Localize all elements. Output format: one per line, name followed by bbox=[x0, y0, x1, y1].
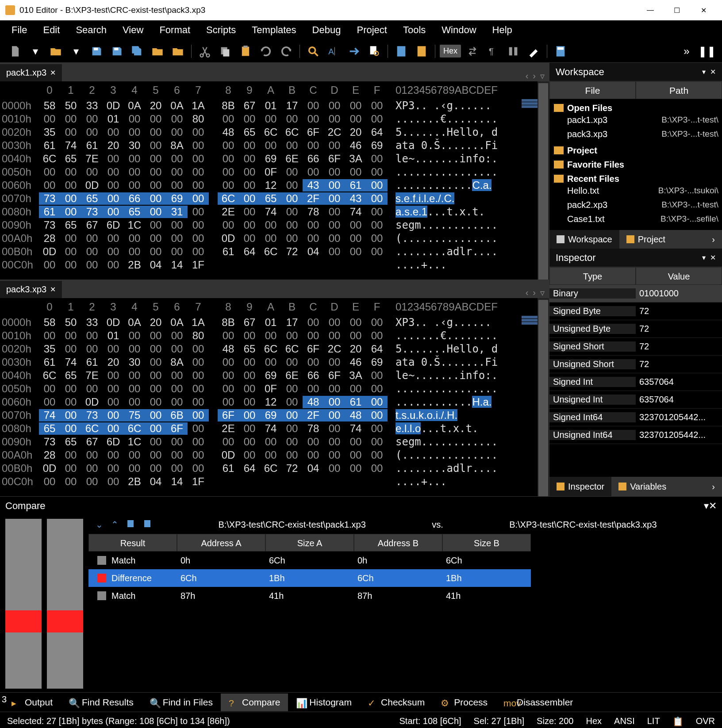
menu-scripts[interactable]: Scripts bbox=[198, 22, 244, 38]
linefeed-button[interactable] bbox=[504, 42, 522, 60]
workspace-file[interactable]: pack1.xp3B:\XP3-...t-test\ bbox=[549, 115, 722, 129]
inspector-row[interactable]: Signed Int6357064 bbox=[549, 373, 722, 391]
replace-button[interactable]: A bbox=[325, 42, 342, 60]
compare-goto-b-button[interactable] bbox=[143, 519, 152, 530]
save-as-button[interactable] bbox=[108, 42, 126, 60]
bottom-tab-disassembler[interactable]: movDisassembler bbox=[495, 694, 581, 711]
menu-debug[interactable]: Debug bbox=[304, 22, 349, 38]
toolbar-overflow-button[interactable]: » bbox=[678, 42, 695, 60]
compare-col[interactable]: Size A bbox=[265, 534, 354, 552]
compare-col[interactable]: Address A bbox=[177, 534, 265, 552]
compare-prev-button[interactable]: ⌃ bbox=[111, 519, 119, 530]
editor1-hex[interactable]: 0000h0010h0020h0030h0040h0050h0060h0070h… bbox=[0, 81, 549, 280]
run-script-button[interactable] bbox=[392, 42, 410, 60]
tab-next-button[interactable]: › bbox=[533, 287, 536, 298]
tab-prev-button[interactable]: ‹ bbox=[526, 71, 529, 81]
bottom-tab-find-in-files[interactable]: 🔍Find in Files bbox=[142, 694, 221, 711]
tab-close-icon[interactable]: ✕ bbox=[50, 285, 56, 294]
save-button[interactable] bbox=[88, 42, 105, 60]
compare-col[interactable]: Result bbox=[88, 534, 177, 552]
copy-button[interactable] bbox=[216, 42, 234, 60]
menu-file[interactable]: File bbox=[4, 22, 35, 38]
tab-next-button[interactable]: › bbox=[533, 71, 536, 81]
editor1-tab[interactable]: pack1.xp3 ✕ bbox=[0, 64, 62, 81]
menu-help[interactable]: Help bbox=[484, 22, 520, 38]
panel-close-button[interactable]: ✕ bbox=[709, 500, 717, 512]
run-template-button[interactable] bbox=[413, 42, 430, 60]
maximize-button[interactable]: ☐ bbox=[664, 0, 690, 20]
cut-button[interactable] bbox=[196, 42, 214, 60]
paste-button[interactable] bbox=[237, 42, 254, 60]
panel-menu-button[interactable]: ▾ bbox=[702, 68, 706, 76]
editor2-tab[interactable]: pack3.xp3 ✕ bbox=[0, 281, 62, 298]
workspace-group[interactable]: Project bbox=[549, 143, 722, 157]
tab-close-icon[interactable]: ✕ bbox=[50, 69, 56, 77]
tab-menu-button[interactable]: ▿ bbox=[540, 71, 545, 81]
menu-search[interactable]: Search bbox=[68, 22, 115, 38]
panel-close-button[interactable]: ✕ bbox=[710, 68, 716, 76]
inspector-row[interactable]: Signed Byte72 bbox=[549, 303, 722, 320]
hex-mode-button[interactable]: Hex bbox=[440, 45, 461, 57]
workspace-group[interactable]: Open Files bbox=[549, 101, 722, 115]
whitespace-button[interactable]: ¶ bbox=[484, 42, 502, 60]
toggle-endian-button[interactable] bbox=[464, 42, 481, 60]
workspace-tab-workspace[interactable]: Workspace bbox=[549, 230, 619, 249]
inspector-row[interactable]: Signed Short72 bbox=[549, 338, 722, 356]
workspace-file[interactable]: Hello.txtB:\XP3-...tsukoi\ bbox=[549, 186, 722, 200]
menu-tools[interactable]: Tools bbox=[395, 22, 434, 38]
save-all-button[interactable] bbox=[128, 42, 146, 60]
open-file-button[interactable] bbox=[47, 42, 65, 60]
menu-edit[interactable]: Edit bbox=[35, 22, 68, 38]
inspector-row[interactable]: Unsigned Byte72 bbox=[549, 320, 722, 338]
goto-button[interactable] bbox=[345, 42, 363, 60]
col-file[interactable]: File bbox=[549, 81, 636, 99]
new-menu-button[interactable]: ▾ bbox=[27, 42, 44, 60]
col-value[interactable]: Value bbox=[636, 267, 722, 285]
inspector-row[interactable]: Unsigned Int6357064 bbox=[549, 391, 722, 409]
close-button[interactable]: ✕ bbox=[690, 0, 717, 20]
highlight-button[interactable] bbox=[525, 42, 542, 60]
compare-col[interactable]: Address B bbox=[354, 534, 442, 552]
inspector-row[interactable]: Binary01001000 bbox=[549, 285, 722, 303]
workspace-tab-more[interactable]: › bbox=[705, 230, 722, 249]
menu-format[interactable]: Format bbox=[151, 22, 198, 38]
inspector-row[interactable]: Unsigned Short72 bbox=[549, 356, 722, 373]
inspector-row[interactable]: Signed Int64323701205442... bbox=[549, 409, 722, 426]
workspace-tab-project[interactable]: Project bbox=[619, 230, 672, 249]
status-size[interactable]: Size: 200 bbox=[537, 716, 573, 726]
inspector-tab-more[interactable]: › bbox=[705, 477, 722, 496]
bottom-tab-checksum[interactable]: ✓Checksum bbox=[360, 694, 433, 711]
status-lit[interactable]: LIT bbox=[647, 716, 660, 726]
compare-row[interactable]: Difference6Ch1Bh6Ch1Bh bbox=[88, 569, 531, 587]
menu-window[interactable]: Window bbox=[434, 22, 484, 38]
status-start[interactable]: Start: 108 [6Ch] bbox=[399, 716, 461, 726]
compare-row[interactable]: Match0h6Ch0h6Ch bbox=[88, 552, 531, 569]
open-folder-button[interactable] bbox=[149, 42, 166, 60]
workspace-file[interactable]: Case1.txtB:\XP3-...sefile\ bbox=[549, 214, 722, 228]
status-sel[interactable]: Sel: 27 [1Bh] bbox=[474, 716, 525, 726]
status-hex[interactable]: Hex bbox=[586, 716, 602, 726]
toolbar-pause-button[interactable]: ❚❚ bbox=[698, 42, 716, 60]
compare-col[interactable]: Size B bbox=[442, 534, 531, 552]
panel-menu-button[interactable]: ▾ bbox=[702, 253, 706, 262]
compare-bar-a[interactable] bbox=[5, 519, 42, 689]
compare-next-button[interactable]: ⌄ bbox=[96, 519, 103, 530]
bottom-tab-compare[interactable]: ?Compare bbox=[221, 694, 288, 711]
panel-close-button[interactable]: ✕ bbox=[710, 253, 716, 262]
status-ovr[interactable]: OVR bbox=[696, 716, 715, 726]
find-button[interactable] bbox=[304, 42, 322, 60]
undo-button[interactable] bbox=[257, 42, 275, 60]
find-in-files-button[interactable] bbox=[365, 42, 383, 60]
compare-bar-b[interactable] bbox=[47, 519, 83, 689]
inspector-tab-inspector[interactable]: Inspector bbox=[549, 477, 611, 496]
scrollbar[interactable] bbox=[538, 81, 549, 280]
open-drive-button[interactable] bbox=[169, 42, 187, 60]
redo-button[interactable] bbox=[277, 42, 295, 60]
bottom-tab-process[interactable]: ⚙Process bbox=[433, 694, 495, 711]
workspace-tree[interactable]: Open Filespack1.xp3B:\XP3-...t-test\pack… bbox=[549, 99, 722, 230]
col-type[interactable]: Type bbox=[549, 267, 636, 285]
open-menu-button[interactable]: ▾ bbox=[67, 42, 85, 60]
inspector-tab-variables[interactable]: Variables bbox=[611, 477, 673, 496]
scrollbar[interactable] bbox=[538, 298, 549, 496]
tab-menu-button[interactable]: ▿ bbox=[540, 287, 545, 298]
